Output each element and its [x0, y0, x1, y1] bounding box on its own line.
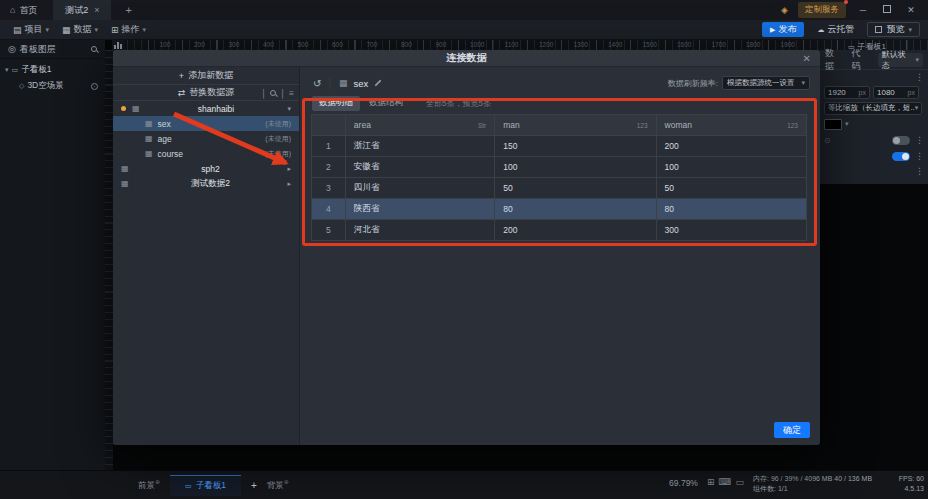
edit-icon[interactable] — [374, 79, 382, 87]
add-data-button[interactable]: + 添加新数据 — [113, 67, 299, 85]
dataset-tree-item-shanhaibi[interactable]: ▦shanhaibi▾ — [113, 101, 299, 116]
tab-code[interactable]: 代码 — [851, 47, 868, 73]
dataset-tree-item-测试数据2[interactable]: ▦测试数据2▸ — [113, 176, 299, 191]
table-row[interactable]: 3四川省5050 — [312, 178, 806, 199]
dataset-tree-item-course[interactable]: ▦course(未使用) — [113, 146, 299, 161]
ruler-label: 300 — [229, 41, 240, 48]
column-name: man — [503, 120, 520, 130]
height-value: 1080 — [877, 88, 895, 97]
tab-data[interactable]: 数据 — [825, 47, 842, 73]
horizontal-ruler: 1002003004005006007008009001000110012001… — [113, 40, 928, 50]
search-icon[interactable] — [270, 90, 276, 96]
circle-plus-icon: ⊕ — [155, 479, 160, 485]
width-input[interactable]: 1920 px — [824, 86, 870, 99]
tab-data-detail[interactable]: 数据明细 — [312, 96, 360, 111]
table-cell: 100 — [657, 157, 806, 177]
add-data-label: 添加新数据 — [188, 69, 233, 82]
table-cell: 80 — [657, 199, 806, 219]
more-options-icon[interactable]: ⋮ — [915, 151, 924, 161]
rows-meta: 全部5条，预览5条 — [426, 98, 491, 109]
sidebar-item-3dscene[interactable]: ◇ 3D空场景 — [0, 78, 105, 94]
dataset-group-label: shanhaibi — [145, 104, 288, 114]
new-tab-button[interactable]: + — [125, 4, 131, 16]
menu-action-label: 操作 — [122, 23, 140, 36]
replace-datasource-button[interactable]: ⇄ 替换数据源 │ │ ≡ — [113, 85, 299, 101]
action-icon: ⊞ — [111, 25, 119, 35]
more-options-icon[interactable]: ⋮ — [915, 135, 924, 145]
data-table: areaStrman123woman1231浙江省1502002安徽省10010… — [311, 114, 807, 241]
scale-mode-select[interactable]: 等比缩放（长边填充，短.. ▾ — [824, 102, 922, 115]
table-row[interactable]: 1浙江省150200 — [312, 136, 806, 157]
board-tab[interactable]: ▭ 子看板1 — [170, 475, 241, 496]
close-window-button[interactable]: ✕ — [904, 5, 918, 15]
chevron-down-icon: ▾ — [845, 120, 849, 128]
ok-button[interactable]: 确定 — [774, 422, 810, 438]
table-row[interactable]: 5河北省200300 — [312, 220, 806, 241]
cloud-hosting-button[interactable]: ☁ 云托管 — [810, 22, 861, 37]
dataset-tree-item-sex[interactable]: ▦sex(未使用) — [113, 116, 299, 131]
ruler-label: 1600 — [677, 41, 691, 48]
sidebar-item-subboard[interactable]: ▾ ▭ 子看板1 — [0, 62, 105, 78]
more-options-icon[interactable]: ⋮ — [915, 166, 924, 176]
cloud-label: 云托管 — [827, 23, 854, 36]
fit-screen-icon[interactable]: ⊞ — [707, 477, 715, 487]
dataset-tree-item-sph2[interactable]: ▦sph2▸ — [113, 161, 299, 176]
sidebar-item-label: 3D空场景 — [27, 80, 63, 92]
publish-button[interactable]: ▶ 发布 — [762, 22, 804, 37]
app-window: ⌂ 首页 测试2 × + ◈ 定制服务 ─ ✕ ▤ 项目 ▾ ▦ 数据 ▾ ⊞ — [0, 0, 928, 499]
row-index: 4 — [312, 199, 346, 219]
toggle-off[interactable] — [892, 136, 910, 145]
table-icon: ▦ — [145, 119, 153, 128]
gear-icon[interactable] — [91, 83, 98, 90]
foreground-label[interactable]: 前景⊕ — [138, 478, 160, 492]
more-options-icon[interactable]: ⋮ — [915, 72, 924, 82]
height-input[interactable]: 1080 px — [873, 86, 919, 99]
maximize-button[interactable] — [880, 5, 894, 15]
table-row[interactable]: 4陕西省8080 — [312, 199, 806, 220]
dataset-tree: ▦shanhaibi▾▦sex(未使用)▦age(未使用)▦course(未使用… — [113, 101, 299, 191]
connect-data-modal: 连接数据 ✕ + 添加新数据 ⇄ 替换数据源 │ │ ≡ ▦shanhaibi▾… — [113, 50, 820, 445]
menu-action[interactable]: ⊞ 操作 ▾ — [111, 23, 146, 36]
back-icon[interactable]: ↺ — [313, 78, 321, 89]
tab-test2[interactable]: 测试2 × — [53, 0, 111, 20]
data-icon: ▦ — [62, 25, 71, 35]
ruler-label: 1700 — [712, 41, 726, 48]
minimize-button[interactable]: ─ — [856, 5, 870, 15]
menu-data[interactable]: ▦ 数据 ▾ — [62, 23, 98, 36]
search-icon[interactable] — [91, 46, 97, 52]
background-color-swatch[interactable] — [824, 119, 842, 130]
zoom-level[interactable]: 69.79% — [669, 478, 698, 488]
state-selector[interactable]: 默认状态 ▾ — [878, 53, 923, 67]
tab-close-icon[interactable]: × — [94, 5, 99, 15]
ruler-label: 200 — [194, 41, 205, 48]
menubar: ▤ 项目 ▾ ▦ 数据 ▾ ⊞ 操作 ▾ ▶ 发布 ☁ 云托管 预览 — [0, 20, 928, 40]
modal-close-icon[interactable]: ✕ — [803, 50, 811, 67]
publish-icon: ▶ — [770, 26, 775, 34]
dataset-tree-item-age[interactable]: ▦age(未使用) — [113, 131, 299, 146]
ruler-label: 800 — [401, 41, 412, 48]
custom-service-badge[interactable]: 定制服务 — [798, 2, 846, 18]
toggle-on[interactable] — [892, 152, 910, 161]
maximize-icon — [883, 5, 891, 13]
column-header-man[interactable]: man123 — [495, 115, 656, 135]
background-label[interactable]: 背景⊕ — [267, 478, 289, 492]
ruler-label: 900 — [436, 41, 447, 48]
add-board-button[interactable]: + — [251, 480, 257, 491]
scene-icon: ◇ — [19, 82, 24, 90]
column-header-woman[interactable]: woman123 — [657, 115, 806, 135]
tab-data-structure[interactable]: 数据结构 — [362, 96, 410, 111]
preview-button[interactable]: 预览 ▾ — [867, 22, 920, 37]
usage-badge: (未使用) — [265, 134, 291, 144]
chevron-down-icon: ▾ — [46, 26, 50, 34]
menu-project[interactable]: ▤ 项目 ▾ — [13, 23, 49, 36]
layers-icon: ◎ — [8, 44, 16, 54]
column-header-area[interactable]: areaStr — [346, 115, 495, 135]
table-row[interactable]: 2安徽省100100 — [312, 157, 806, 178]
keyboard-icon[interactable]: ⌨ — [718, 477, 731, 487]
list-icon[interactable]: ≡ — [289, 89, 294, 98]
refresh-rate-select[interactable]: 根据数据源统一设置 ▾ — [722, 76, 810, 90]
chevron-down-icon: ▾ — [915, 104, 919, 112]
monitor-icon[interactable]: ▭ — [735, 477, 744, 487]
table-cell: 300 — [657, 220, 806, 240]
home-tab[interactable]: ⌂ 首页 — [10, 4, 37, 17]
